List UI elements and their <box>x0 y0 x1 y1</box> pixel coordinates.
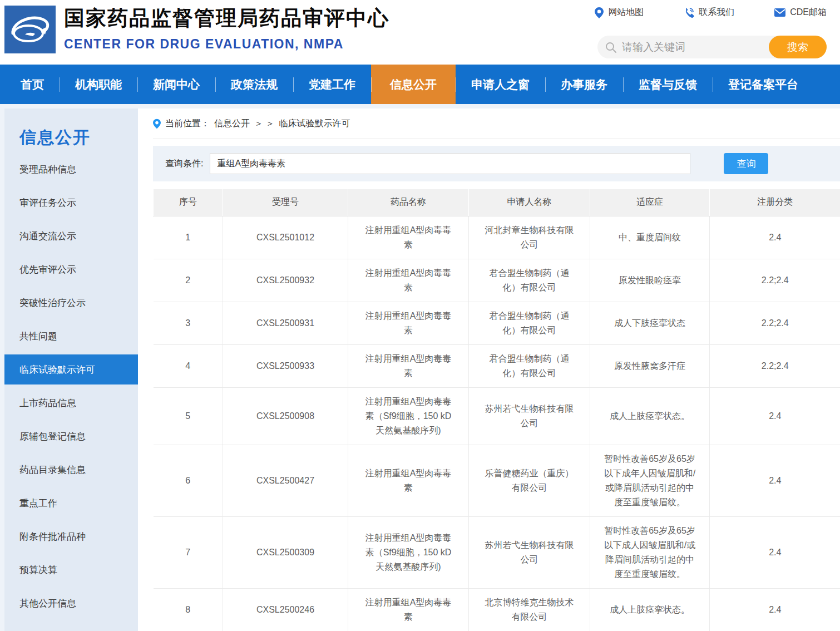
nav-item[interactable]: 政策法规 <box>215 65 293 104</box>
nav-item-label: 监督与反馈 <box>639 77 697 92</box>
sitemap-link[interactable]: 网站地图 <box>595 7 644 18</box>
sidebar-item-label: 受理品种信息 <box>19 163 76 176</box>
cde-logo <box>4 6 56 53</box>
results-header-cell: 申请人名称 <box>469 189 590 216</box>
sidebar-item[interactable]: 其他公开信息 <box>4 586 138 620</box>
cell-applicant: 君合盟生物制药（通化）有限公司 <box>469 302 590 344</box>
sidebar-item[interactable]: 药品目录集信息 <box>4 453 138 486</box>
nav-item[interactable]: 新闻中心 <box>137 65 215 104</box>
sidebar-item-label: 上市药品信息 <box>19 397 76 410</box>
results-table-head: 序号 受理号 药品名称 申请人名称 适应症 注册分类 <box>154 189 840 216</box>
cell-seq: 8 <box>154 588 223 631</box>
nav-item[interactable]: 办事服务 <box>545 65 623 104</box>
results-header-cell: 注册分类 <box>710 189 840 216</box>
sidebar-item[interactable]: 共性问题 <box>4 319 138 353</box>
nav-item-label: 首页 <box>21 77 44 92</box>
cell-registration-class: 2.4 <box>710 588 840 631</box>
cell-indication: 暂时性改善65岁及65岁以下成人因皱眉肌和/或降眉间肌活动引起的中度至重度皱眉纹… <box>590 516 710 588</box>
site-search-input[interactable] <box>616 41 769 53</box>
table-row: 1 CXSL2501012 注射用重组A型肉毒毒素 河北封章生物科技有限公司 中… <box>154 216 840 259</box>
phone-icon <box>684 7 694 18</box>
cell-acceptance-no: CXSL2501012 <box>223 216 348 259</box>
site-title-block: 国家药品监督管理局药品审评中心 CENTER FOR DRUG EVALUATI… <box>64 4 389 52</box>
cell-applicant: 北京博特维克生物技术有限公司 <box>469 588 590 631</box>
cell-drug-name: 注射用重组A型肉毒毒素 <box>348 344 469 387</box>
cell-drug-name: 注射用重组A型肉毒毒素 <box>348 259 469 302</box>
sidebar-item[interactable]: 原辅包登记信息 <box>4 420 138 453</box>
cell-drug-name: 注射用重组A型肉毒毒素 <box>348 445 469 516</box>
sidebar-item[interactable]: 重点工作 <box>4 486 138 520</box>
contact-label: 联系我们 <box>699 7 734 18</box>
nav-item[interactable]: 申请人之窗 <box>456 65 545 104</box>
cell-applicant: 君合盟生物制药（通化）有限公司 <box>469 344 590 387</box>
sidebar-item[interactable]: 临床试验默示许可 <box>4 354 138 384</box>
cell-seq: 6 <box>154 445 223 516</box>
cell-registration-class: 2.4 <box>710 387 840 445</box>
table-row: 8 CXSL2500246 注射用重组A型肉毒毒素 北京博特维克生物技术有限公司… <box>154 588 840 631</box>
nav-item[interactable]: 首页 <box>5 65 60 104</box>
sidebar-item-label: 药品目录集信息 <box>19 464 86 476</box>
cell-acceptance-no: CXSL2500932 <box>223 259 348 302</box>
content-area: 当前位置： 信息公开 ＞ ＞ 临床试验默示许可 查询条件: 查询 序号 受理 <box>138 109 840 631</box>
cell-registration-class: 2.2;2.4 <box>710 302 840 344</box>
table-row: 2 CXSL2500932 注射用重组A型肉毒毒素 君合盟生物制药（通化）有限公… <box>154 259 840 302</box>
nav-item-label: 机构职能 <box>75 77 122 92</box>
nav-item[interactable]: 党建工作 <box>293 65 371 104</box>
contact-link[interactable]: 联系我们 <box>684 7 734 18</box>
nav-item[interactable]: 信息公开 <box>371 65 456 104</box>
nav-item[interactable]: 机构职能 <box>60 65 137 104</box>
sidebar-item[interactable]: 审评任务公示 <box>4 186 138 219</box>
sitemap-label: 网站地图 <box>608 7 644 18</box>
sidebar-item[interactable]: 优先审评公示 <box>4 253 138 286</box>
results-header-cell: 适应症 <box>590 189 710 216</box>
sidebar-item[interactable]: 突破性治疗公示 <box>4 286 138 319</box>
query-input[interactable] <box>210 153 690 174</box>
nav-item[interactable]: 登记备案平台 <box>713 65 814 104</box>
sidebar: 信息公开 受理品种信息 审评任务公示 沟通交流公示 优先审评公示 <box>4 109 138 631</box>
site-header: 国家药品监督管理局药品审评中心 CENTER FOR DRUG EVALUATI… <box>0 0 840 65</box>
results-header-cell: 序号 <box>154 189 223 216</box>
table-row: 6 CXSL2500427 注射用重组A型肉毒毒素 乐普健糖药业（重庆）有限公司… <box>154 445 840 516</box>
sidebar-item-label: 预算决算 <box>19 564 57 576</box>
query-button[interactable]: 查询 <box>724 153 768 174</box>
cell-registration-class: 2.2;2.4 <box>710 344 840 387</box>
sidebar-item[interactable]: 上市药品信息 <box>4 386 138 420</box>
sidebar-item[interactable]: 受理品种信息 <box>4 152 138 186</box>
breadcrumb: 当前位置： 信息公开 ＞ ＞ 临床试验默示许可 <box>153 109 840 139</box>
results-header-cell: 受理号 <box>223 189 348 216</box>
mailbox-link[interactable]: CDE邮箱 <box>774 7 827 18</box>
cell-acceptance-no: CXSL2500908 <box>223 387 348 445</box>
cell-indication: 中、重度眉间纹 <box>590 216 710 259</box>
cell-seq: 5 <box>154 387 223 445</box>
table-row: 4 CXSL2500933 注射用重组A型肉毒毒素 君合盟生物制药（通化）有限公… <box>154 344 840 387</box>
cell-applicant: 君合盟生物制药（通化）有限公司 <box>469 259 590 302</box>
site-search-button[interactable]: 搜索 <box>769 36 827 58</box>
cell-seq: 3 <box>154 302 223 344</box>
breadcrumb-current: 临床试验默示许可 <box>279 118 350 130</box>
cell-registration-class: 2.2;2.4 <box>710 259 840 302</box>
results-header-cell: 药品名称 <box>348 189 469 216</box>
nav-item-label: 信息公开 <box>390 77 437 92</box>
sidebar-item[interactable]: 附条件批准品种 <box>4 520 138 553</box>
mail-icon <box>774 8 785 17</box>
nav-item[interactable]: 监督与反馈 <box>623 65 713 104</box>
cell-indication: 成人上肢痉挛状态。 <box>590 387 710 445</box>
breadcrumb-section[interactable]: 信息公开 <box>214 118 250 130</box>
cell-applicant: 乐普健糖药业（重庆）有限公司 <box>469 445 590 516</box>
main-area: 信息公开 受理品种信息 审评任务公示 沟通交流公示 优先审评公示 <box>0 104 840 631</box>
cell-drug-name: 注射用重组A型肉毒毒素 <box>348 588 469 631</box>
cell-applicant: 苏州若弋生物科技有限公司 <box>469 387 590 445</box>
sidebar-item[interactable]: 沟通交流公示 <box>4 219 138 253</box>
cell-drug-name: 注射用重组A型肉毒毒素 <box>348 302 469 344</box>
sidebar-item[interactable]: 预算决算 <box>4 553 138 586</box>
sidebar-item-label: 重点工作 <box>19 497 57 510</box>
breadcrumb-pin-icon <box>153 119 161 129</box>
cell-acceptance-no: CXSL2500309 <box>223 516 348 588</box>
mailbox-label: CDE邮箱 <box>790 7 827 18</box>
sidebar-item-label: 突破性治疗公示 <box>19 297 86 309</box>
main-nav: 首页 机构职能 新闻中心 政策法规 党建工作 信息公开 申请人之窗 办事服务 监… <box>0 65 840 104</box>
sidebar-item-label: 原辅包登记信息 <box>19 430 86 443</box>
nav-item-label: 办事服务 <box>561 77 607 92</box>
sidebar-item-label: 其他公开信息 <box>19 597 76 610</box>
cell-drug-name: 注射用重组A型肉毒毒素（Sf9细胞，150 kD天然氨基酸序列) <box>348 387 469 445</box>
